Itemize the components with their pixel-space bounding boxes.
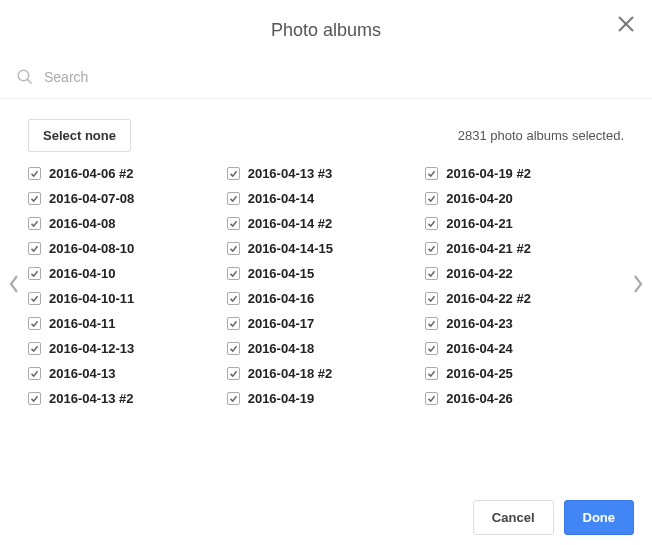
album-label: 2016-04-21 <box>446 216 513 231</box>
album-label: 2016-04-24 <box>446 341 513 356</box>
album-label: 2016-04-07-08 <box>49 191 134 206</box>
album-checkbox[interactable] <box>227 392 240 405</box>
album-checkbox[interactable] <box>425 342 438 355</box>
album-checkbox[interactable] <box>425 317 438 330</box>
album-label: 2016-04-13 <box>49 366 116 381</box>
album-label: 2016-04-10-11 <box>49 291 134 306</box>
cancel-button[interactable]: Cancel <box>473 500 554 535</box>
album-label: 2016-04-18 #2 <box>248 366 333 381</box>
close-button[interactable] <box>612 12 640 40</box>
album-checkbox[interactable] <box>425 367 438 380</box>
album-item[interactable]: 2016-04-16 <box>227 291 426 306</box>
album-item[interactable]: 2016-04-14 <box>227 191 426 206</box>
album-item[interactable]: 2016-04-11 <box>28 316 227 331</box>
prev-page-button[interactable] <box>2 271 26 301</box>
album-label: 2016-04-16 <box>248 291 315 306</box>
album-checkbox[interactable] <box>425 292 438 305</box>
album-item[interactable]: 2016-04-21 <box>425 216 624 231</box>
album-item[interactable]: 2016-04-13 <box>28 366 227 381</box>
album-checkbox[interactable] <box>227 367 240 380</box>
select-none-button[interactable]: Select none <box>28 119 131 152</box>
album-item[interactable]: 2016-04-17 <box>227 316 426 331</box>
album-item[interactable]: 2016-04-07-08 <box>28 191 227 206</box>
album-item[interactable]: 2016-04-18 #2 <box>227 366 426 381</box>
album-item[interactable]: 2016-04-22 <box>425 266 624 281</box>
album-label: 2016-04-15 <box>248 266 315 281</box>
done-button[interactable]: Done <box>564 500 635 535</box>
album-checkbox[interactable] <box>227 292 240 305</box>
album-item[interactable]: 2016-04-13 #2 <box>28 391 227 406</box>
album-label: 2016-04-12-13 <box>49 341 134 356</box>
album-checkbox[interactable] <box>227 192 240 205</box>
album-item[interactable]: 2016-04-15 <box>227 266 426 281</box>
album-item[interactable]: 2016-04-21 #2 <box>425 241 624 256</box>
album-checkbox[interactable] <box>425 267 438 280</box>
album-item[interactable]: 2016-04-22 #2 <box>425 291 624 306</box>
album-item[interactable]: 2016-04-12-13 <box>28 341 227 356</box>
search-icon <box>16 68 34 86</box>
album-label: 2016-04-23 <box>446 316 513 331</box>
album-label: 2016-04-21 #2 <box>446 241 531 256</box>
svg-point-2 <box>18 70 29 81</box>
album-label: 2016-04-26 <box>446 391 513 406</box>
album-item[interactable]: 2016-04-14 #2 <box>227 216 426 231</box>
search-input[interactable] <box>44 69 636 85</box>
album-label: 2016-04-11 <box>49 316 116 331</box>
album-label: 2016-04-22 #2 <box>446 291 531 306</box>
album-checkbox[interactable] <box>227 342 240 355</box>
album-checkbox[interactable] <box>28 167 41 180</box>
album-label: 2016-04-25 <box>446 366 513 381</box>
chevron-right-icon <box>632 274 644 298</box>
album-checkbox[interactable] <box>227 267 240 280</box>
album-checkbox[interactable] <box>28 292 41 305</box>
album-checkbox[interactable] <box>28 317 41 330</box>
svg-line-3 <box>27 79 32 84</box>
album-checkbox[interactable] <box>227 242 240 255</box>
album-label: 2016-04-08-10 <box>49 241 134 256</box>
album-item[interactable]: 2016-04-18 <box>227 341 426 356</box>
album-checkbox[interactable] <box>227 317 240 330</box>
album-checkbox[interactable] <box>425 167 438 180</box>
album-label: 2016-04-18 <box>248 341 315 356</box>
album-item[interactable]: 2016-04-10-11 <box>28 291 227 306</box>
album-label: 2016-04-22 <box>446 266 513 281</box>
album-item[interactable]: 2016-04-06 #2 <box>28 166 227 181</box>
close-icon <box>617 15 635 37</box>
album-item[interactable]: 2016-04-25 <box>425 366 624 381</box>
album-checkbox[interactable] <box>425 392 438 405</box>
next-page-button[interactable] <box>626 271 650 301</box>
album-checkbox[interactable] <box>28 192 41 205</box>
album-checkbox[interactable] <box>425 217 438 230</box>
album-label: 2016-04-14 <box>248 191 315 206</box>
album-item[interactable]: 2016-04-10 <box>28 266 227 281</box>
album-item[interactable]: 2016-04-08 <box>28 216 227 231</box>
album-checkbox[interactable] <box>28 392 41 405</box>
album-item[interactable]: 2016-04-19 <box>227 391 426 406</box>
album-label: 2016-04-10 <box>49 266 116 281</box>
album-checkbox[interactable] <box>28 242 41 255</box>
dialog-title: Photo albums <box>271 20 381 41</box>
album-checkbox[interactable] <box>227 217 240 230</box>
album-checkbox[interactable] <box>425 192 438 205</box>
album-checkbox[interactable] <box>425 242 438 255</box>
album-label: 2016-04-08 <box>49 216 116 231</box>
album-label: 2016-04-14 #2 <box>248 216 333 231</box>
album-checkbox[interactable] <box>28 342 41 355</box>
album-item[interactable]: 2016-04-26 <box>425 391 624 406</box>
album-item[interactable]: 2016-04-19 #2 <box>425 166 624 181</box>
album-checkbox[interactable] <box>28 217 41 230</box>
album-checkbox[interactable] <box>227 167 240 180</box>
album-checkbox[interactable] <box>28 367 41 380</box>
album-item[interactable]: 2016-04-24 <box>425 341 624 356</box>
album-item[interactable]: 2016-04-20 <box>425 191 624 206</box>
album-checkbox[interactable] <box>28 267 41 280</box>
album-label: 2016-04-06 #2 <box>49 166 134 181</box>
album-item[interactable]: 2016-04-13 #3 <box>227 166 426 181</box>
album-label: 2016-04-14-15 <box>248 241 333 256</box>
album-label: 2016-04-13 #3 <box>248 166 333 181</box>
album-label: 2016-04-19 #2 <box>446 166 531 181</box>
album-item[interactable]: 2016-04-23 <box>425 316 624 331</box>
selection-status: 2831 photo albums selected. <box>458 128 624 143</box>
album-item[interactable]: 2016-04-08-10 <box>28 241 227 256</box>
album-item[interactable]: 2016-04-14-15 <box>227 241 426 256</box>
